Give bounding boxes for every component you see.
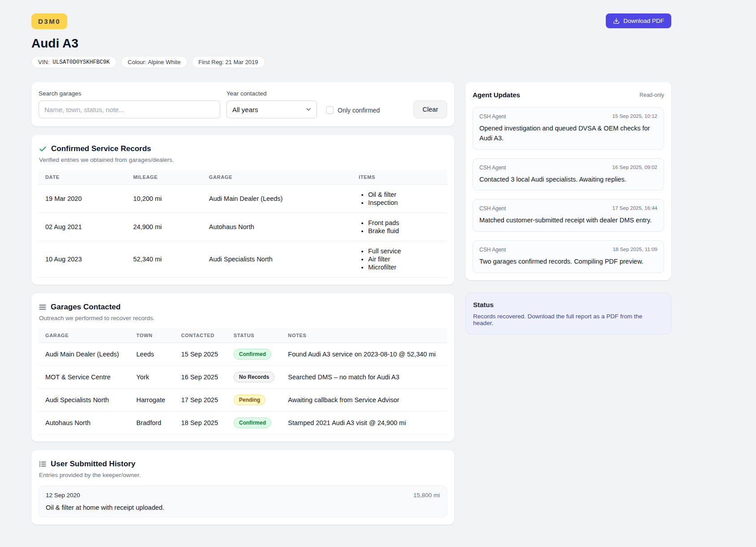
table-row: 10 Aug 2023 52,340 mi Audi Specialists N…: [39, 241, 447, 278]
agent-timestamp: 18 Sep 2025, 11:09: [613, 247, 657, 253]
cell-notes: Stamped 2021 Audi A3 visit @ 24,900 mi: [281, 412, 447, 434]
item: Front pads: [368, 219, 440, 227]
user-entry-note: Oil & filter at home with receipt upload…: [46, 504, 440, 511]
status-badge: No Records: [234, 372, 274, 382]
status-badge: Confirmed: [234, 417, 271, 428]
download-pdf-button[interactable]: Download PDF: [606, 13, 671, 28]
items-list: Oil & filter Inspection: [359, 191, 440, 207]
user-entry-header: 12 Sep 2020 15,800 mi: [46, 492, 440, 499]
cell-status: No Records: [227, 366, 281, 389]
first-reg-pill: First Reg: 21 Mar 2019: [192, 56, 265, 68]
cell-status: Confirmed: [227, 343, 281, 366]
column-header-garage: GARAGE: [39, 328, 130, 343]
content-layout: Search garages Year contacted All years: [31, 82, 671, 533]
garages-contacted-header: Garages Contacted: [39, 300, 447, 312]
check-icon: [39, 145, 47, 153]
search-field: Search garages: [39, 90, 220, 118]
cell-town: Harrogate: [130, 389, 174, 412]
cell-items: Full service Air filter Microfilter: [352, 241, 447, 278]
agent-timestamp: 17 Sep 2025, 16:44: [613, 205, 657, 212]
status-title: Status: [473, 301, 664, 308]
cell-notes: Found Audi A3 service on 2023-08-10 @ 52…: [281, 343, 447, 366]
item: Inspection: [368, 199, 440, 207]
cell-status: Pending: [227, 389, 281, 412]
page: D3M0 Download PDF Audi A3 VIN: ULSAT0D0Y…: [31, 0, 671, 533]
confirmed-records-subtitle: Verified entries we obtained from garage…: [39, 156, 447, 163]
agent-message: Contacted 3 local Audi specialists. Awai…: [479, 175, 657, 185]
column-header-town: TOWN: [130, 328, 174, 343]
download-icon: [613, 17, 620, 24]
confirmed-records-title: Confirmed Service Records: [51, 144, 151, 153]
item: Air filter: [368, 255, 440, 263]
cell-date: 02 Aug 2021: [39, 213, 126, 241]
table-row: Autohaus North Bradford 18 Sep 2025 Conf…: [39, 412, 447, 434]
status-badge: Pending: [234, 395, 265, 405]
header: D3M0 Download PDF: [31, 13, 671, 29]
readonly-label: Read-only: [639, 92, 664, 98]
user-history-header: User Submitted History: [39, 457, 447, 469]
agent-updates-title: Agent Updates: [473, 91, 520, 99]
page-title: Audi A3: [31, 36, 671, 51]
search-input[interactable]: [39, 100, 220, 118]
column-header-mileage: MILEAGE: [126, 170, 202, 185]
cell-items: Oil & filter Inspection: [352, 185, 447, 213]
table-row: 19 Mar 2020 10,200 mi Audi Main Dealer (…: [39, 185, 447, 213]
year-field: Year contacted All years: [226, 90, 317, 118]
cell-town: Bradford: [130, 412, 174, 434]
vin-value: ULSAT0D0YSKHFBC9K: [52, 59, 110, 65]
agent-update-entry: CSH Agent 18 Sep 2025, 11:09 Two garages…: [473, 240, 664, 273]
cell-notes: Awaiting callback from Service Advisor: [281, 389, 447, 412]
agent-name: CSH Agent: [479, 113, 506, 120]
year-select[interactable]: All years: [226, 100, 317, 118]
cell-mileage: 24,900 mi: [126, 213, 202, 241]
user-history-card: User Submitted History Entries provided …: [31, 450, 454, 525]
clear-button[interactable]: Clear: [413, 100, 447, 118]
cell-mileage: 10,200 mi: [126, 185, 202, 213]
cell-mileage: 52,340 mi: [126, 241, 202, 278]
only-confirmed-checkbox[interactable]: [326, 106, 334, 114]
column-header-status: STATUS: [227, 328, 281, 343]
table-header-row: GARAGE TOWN CONTACTED STATUS NOTES: [39, 328, 447, 343]
cell-garage: Audi Main Dealer (Leeds): [39, 343, 130, 366]
search-label: Search garages: [39, 90, 220, 97]
download-pdf-label: Download PDF: [623, 17, 664, 24]
cell-contacted: 16 Sep 2025: [174, 366, 227, 389]
agent-message: Two garages confirmed records. Compiling…: [479, 257, 657, 267]
only-confirmed-label: Only confirmed: [338, 107, 380, 114]
user-entry-mileage: 15,800 mi: [413, 492, 440, 499]
garages-contacted-title: Garages Contacted: [51, 303, 121, 312]
agent-message: Matched customer-submitted receipt with …: [479, 216, 657, 226]
agent-update-entry: CSH Agent 17 Sep 2025, 16:44 Matched cus…: [473, 199, 664, 232]
cell-contacted: 15 Sep 2025: [174, 343, 227, 366]
agent-update-entry: CSH Agent 16 Sep 2025, 09:02 Contacted 3…: [473, 158, 664, 191]
item: Oil & filter: [368, 191, 440, 199]
year-contacted-label: Year contacted: [226, 90, 317, 97]
garages-contacted-subtitle: Outreach we performed to recover records…: [39, 315, 447, 321]
cell-town: Leeds: [130, 343, 174, 366]
agent-name: CSH Agent: [479, 247, 506, 253]
user-history-title: User Submitted History: [51, 460, 135, 469]
cell-garage: MOT & Service Centre: [39, 366, 130, 389]
garages-contacted-card: Garages Contacted Outreach we performed …: [31, 293, 454, 442]
agent-timestamp: 15 Sep 2025, 10:12: [613, 113, 657, 120]
cell-status: Confirmed: [227, 412, 281, 434]
cell-notes: Searched DMS – no match for Audi A3: [281, 366, 447, 389]
table-row: Audi Specialists North Harrogate 17 Sep …: [39, 389, 447, 412]
vin-pill: VIN: ULSAT0D0YSKHFBC9K: [31, 56, 117, 68]
agent-timestamp: 16 Sep 2025, 09:02: [613, 165, 657, 171]
cell-garage: Autohaus North: [202, 213, 352, 241]
table-row: MOT & Service Centre York 16 Sep 2025 No…: [39, 366, 447, 389]
confirmed-records-table: DATE MILEAGE GARAGE ITEMS 19 Mar 2020 10…: [39, 170, 447, 278]
item: Brake fluid: [368, 227, 440, 235]
garages-contacted-table: GARAGE TOWN CONTACTED STATUS NOTES Audi …: [39, 328, 447, 434]
item: Microfilter: [368, 263, 440, 271]
confirmed-records-card: Confirmed Service Records Verified entri…: [31, 135, 454, 285]
items-list: Full service Air filter Microfilter: [359, 247, 440, 271]
colour-pill: Colour: Alpine White: [121, 56, 187, 68]
confirmed-records-header: Confirmed Service Records: [39, 142, 447, 153]
main-column: Search garages Year contacted All years: [31, 82, 454, 533]
status-badge: Confirmed: [234, 349, 271, 360]
column-header-date: DATE: [39, 170, 126, 185]
cell-garage: Audi Main Dealer (Leeds): [202, 185, 352, 213]
cell-town: York: [130, 366, 174, 389]
